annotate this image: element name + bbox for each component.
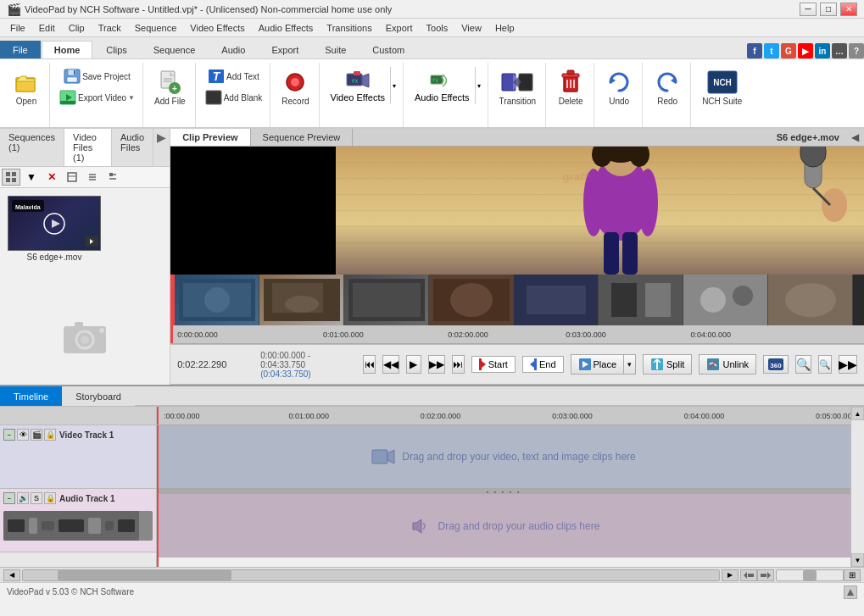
h-scroll-thumb[interactable] xyxy=(58,570,231,580)
tab-storyboard[interactable]: Storyboard xyxy=(62,386,135,406)
panel-tool-btn-5[interactable] xyxy=(83,169,102,186)
panel-tool-btn-6[interactable] xyxy=(103,169,122,186)
panel-scroll-right[interactable]: ▶ xyxy=(153,129,170,166)
add-text-button[interactable]: T Add Text xyxy=(203,66,264,86)
help-icon[interactable]: ? xyxy=(849,43,864,58)
unlink-button[interactable]: Unlink xyxy=(699,354,756,375)
set-out-button[interactable]: End xyxy=(522,356,564,373)
scroll-track[interactable] xyxy=(851,420,864,553)
menu-transitions[interactable]: Transitions xyxy=(320,21,378,35)
tab-sequence[interactable]: Sequence xyxy=(141,41,209,58)
export-video-button[interactable]: Export Video ▼ xyxy=(55,87,139,108)
h-scroll-left[interactable]: ◀ xyxy=(3,569,20,581)
audio-track-toggle-button[interactable]: − xyxy=(3,492,15,504)
vertical-scrollbar[interactable]: ▲ ▼ xyxy=(850,407,864,567)
split-button[interactable]: Split xyxy=(643,354,692,375)
maximize-button[interactable]: □ xyxy=(820,3,837,16)
panel-tool-btn-2[interactable]: ▼ xyxy=(22,169,41,186)
video-track-lock-button[interactable]: 🔒 xyxy=(44,429,56,441)
video-track-drop-zone[interactable]: Drag and drop your video, text and image… xyxy=(157,425,850,489)
nav-back-button[interactable] xyxy=(740,569,757,581)
open-button[interactable]: Open xyxy=(7,66,46,109)
menu-view[interactable]: View xyxy=(454,21,488,35)
tab-custom[interactable]: Custom xyxy=(360,41,417,58)
zoom-out-button[interactable]: 🔍 xyxy=(818,355,832,374)
record-button[interactable]: Record xyxy=(276,66,315,109)
audio-effects-dropdown[interactable]: ▾ xyxy=(475,67,483,104)
step-back-button[interactable]: ◀◀ xyxy=(382,355,399,374)
facebook-icon[interactable]: f xyxy=(747,43,762,58)
tab-clip-preview[interactable]: Clip Preview xyxy=(170,129,250,146)
preview-collapse-button[interactable]: ◀ xyxy=(846,131,864,143)
audio-track-mute-button[interactable]: 🔊 xyxy=(17,492,29,504)
tab-sequence-preview[interactable]: Sequence Preview xyxy=(251,129,354,146)
play-button[interactable]: ▶ xyxy=(406,355,421,374)
clip-item-s6[interactable]: Malavida S6 edge+.mov xyxy=(3,191,105,266)
audio-track-solo-button[interactable]: S xyxy=(31,492,42,504)
add-file-button[interactable]: + Add File xyxy=(148,66,192,109)
menu-video-effects[interactable]: Video Effects xyxy=(183,21,251,35)
nch-suite-button[interactable]: NCH NCH Suite xyxy=(696,66,748,109)
tab-suite[interactable]: Suite xyxy=(312,41,359,58)
video-track-camera-button[interactable]: 🎬 xyxy=(31,429,42,441)
h-scroll-track[interactable] xyxy=(22,569,720,581)
googleplus-icon[interactable]: G xyxy=(781,43,796,58)
tab-export[interactable]: Export xyxy=(259,41,311,58)
save-project-button[interactable]: Save Project xyxy=(59,66,135,86)
skip-forward-button[interactable]: ⏭ xyxy=(452,355,465,374)
tab-audio[interactable]: Audio xyxy=(209,41,258,58)
audio-track-drop-zone[interactable]: Drag and drop your audio clips here xyxy=(157,494,850,558)
panel-tab-audio-files[interactable]: Audio Files xyxy=(112,129,153,166)
tab-clips[interactable]: Clips xyxy=(93,41,139,58)
place-dropdown[interactable]: ▾ xyxy=(624,354,636,375)
zoom-in-button[interactable]: 🔍 xyxy=(795,355,811,374)
redo-button[interactable]: Redo xyxy=(648,66,687,109)
menu-tools[interactable]: Tools xyxy=(420,21,455,35)
panel-tab-sequences[interactable]: Sequences (1) xyxy=(0,129,64,166)
menu-export[interactable]: Export xyxy=(379,21,420,35)
transition-button[interactable]: Transition xyxy=(493,66,543,109)
scroll-up-button[interactable]: ▲ xyxy=(851,407,864,420)
audio-effects-button[interactable]: FX Audio Effects xyxy=(410,67,475,104)
more-icon[interactable]: … xyxy=(832,43,847,58)
minimize-button[interactable]: ─ xyxy=(800,3,817,16)
menu-track[interactable]: Track xyxy=(92,21,128,35)
view-thumbnails-button[interactable] xyxy=(2,169,20,186)
close-button[interactable]: ✕ xyxy=(840,3,857,16)
video-track-toggle-button[interactable]: − xyxy=(3,429,15,441)
remove-clip-button[interactable]: ✕ xyxy=(42,169,61,186)
linkedin-icon[interactable]: in xyxy=(815,43,830,58)
nav-forward-button[interactable] xyxy=(757,569,774,581)
menu-audio-effects[interactable]: Audio Effects xyxy=(252,21,321,35)
youtube-icon[interactable]: ▶ xyxy=(798,43,813,58)
twitter-icon[interactable]: t xyxy=(764,43,779,58)
tab-timeline[interactable]: Timeline xyxy=(0,386,62,406)
menu-clip[interactable]: Clip xyxy=(62,21,92,35)
skip-back-button[interactable]: ⏮ xyxy=(363,355,376,374)
audio-track-lock-button[interactable]: 🔒 xyxy=(44,492,56,504)
horizontal-scrollbar[interactable]: ◀ ▶ ⊞ xyxy=(0,567,864,582)
menu-file[interactable]: File xyxy=(3,21,32,35)
set-in-button[interactable]: Start xyxy=(471,356,516,373)
menu-help[interactable]: Help xyxy=(488,21,521,35)
panel-tab-video-files[interactable]: Video Files (1) xyxy=(64,129,112,166)
menu-sequence[interactable]: Sequence xyxy=(128,21,184,35)
video-effects-button[interactable]: FX Video Effects xyxy=(326,67,390,104)
status-expand-button[interactable] xyxy=(844,585,857,599)
video-effects-dropdown[interactable]: ▾ xyxy=(390,67,399,104)
menu-edit[interactable]: Edit xyxy=(32,21,62,35)
panel-tool-btn-4[interactable] xyxy=(63,169,81,186)
undo-button[interactable]: Undo xyxy=(599,66,638,109)
step-forward-button[interactable]: ▶▶ xyxy=(428,355,445,374)
place-button[interactable]: Place xyxy=(571,354,625,375)
360-button[interactable]: 360 xyxy=(763,355,789,374)
tab-file[interactable]: File xyxy=(0,41,41,58)
zoom-fit-button[interactable]: ⊞ xyxy=(844,569,861,581)
video-track-eye-button[interactable]: 👁 xyxy=(17,429,29,441)
more-controls-button[interactable]: ▶▶ xyxy=(839,355,857,374)
add-blank-button[interactable]: Add Blank xyxy=(201,87,267,108)
tab-home[interactable]: Home xyxy=(42,41,93,58)
zoom-slider[interactable] xyxy=(776,569,844,581)
h-scroll-right[interactable]: ▶ xyxy=(722,569,739,581)
scroll-down-button[interactable]: ▼ xyxy=(851,553,864,567)
